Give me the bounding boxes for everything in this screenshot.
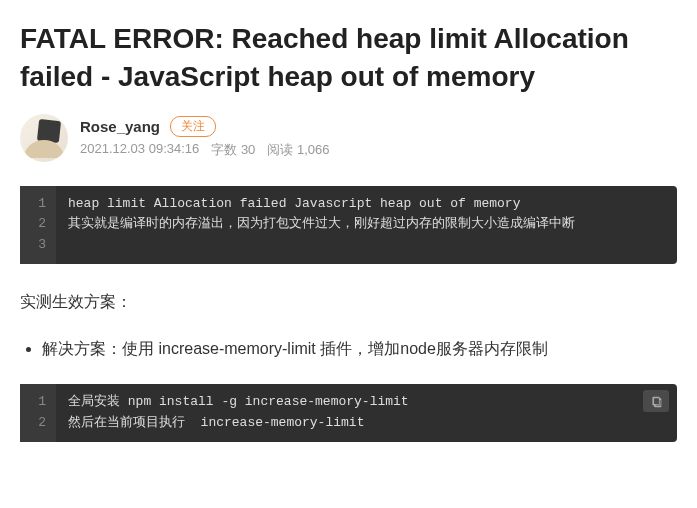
meta-line: 2021.12.03 09:34:16 字数 30 阅读 1,066 [80, 141, 330, 159]
line-number: 3 [20, 235, 56, 256]
view-count: 阅读 1,066 [267, 141, 329, 159]
author-meta: Rose_yang 关注 2021.12.03 09:34:16 字数 30 阅… [20, 114, 677, 162]
copy-icon [650, 395, 663, 408]
publish-datetime: 2021.12.03 09:34:16 [80, 141, 199, 159]
code-line: 然后在当前项目执行 increase-memory-limit [68, 413, 665, 434]
avatar[interactable] [20, 114, 68, 162]
line-number: 2 [20, 413, 56, 434]
code-content[interactable]: heap limit Allocation failed Javascript … [56, 186, 677, 264]
list-item: 解决方案：使用 increase-memory-limit 插件，增加node服… [42, 335, 677, 362]
author-name[interactable]: Rose_yang [80, 118, 160, 135]
follow-button[interactable]: 关注 [170, 116, 216, 137]
paragraph: 实测生效方案： [20, 292, 677, 313]
line-number: 1 [20, 194, 56, 215]
page-title: FATAL ERROR: Reached heap limit Allocati… [20, 20, 677, 96]
code-content[interactable]: 全局安装 npm install -g increase-memory-limi… [56, 384, 677, 442]
author-line: Rose_yang 关注 [80, 116, 330, 137]
code-line: 其实就是编译时的内存溢出，因为打包文件过大，刚好超过内存的限制大小造成编译中断 [68, 214, 665, 235]
code-line: 全局安装 npm install -g increase-memory-limi… [68, 392, 665, 413]
bullet-list: 解决方案：使用 increase-memory-limit 插件，增加node服… [20, 335, 677, 362]
code-gutter: 1 2 3 [20, 186, 56, 264]
line-number: 2 [20, 214, 56, 235]
code-gutter: 1 2 [20, 384, 56, 442]
code-block-1: 1 2 3 heap limit Allocation failed Javas… [20, 186, 677, 264]
code-block-2: 1 2 全局安装 npm install -g increase-memory-… [20, 384, 677, 442]
line-number: 1 [20, 392, 56, 413]
code-line: heap limit Allocation failed Javascript … [68, 194, 665, 215]
meta-column: Rose_yang 关注 2021.12.03 09:34:16 字数 30 阅… [80, 116, 330, 159]
word-count: 字数 30 [211, 141, 255, 159]
copy-button[interactable] [643, 390, 669, 412]
